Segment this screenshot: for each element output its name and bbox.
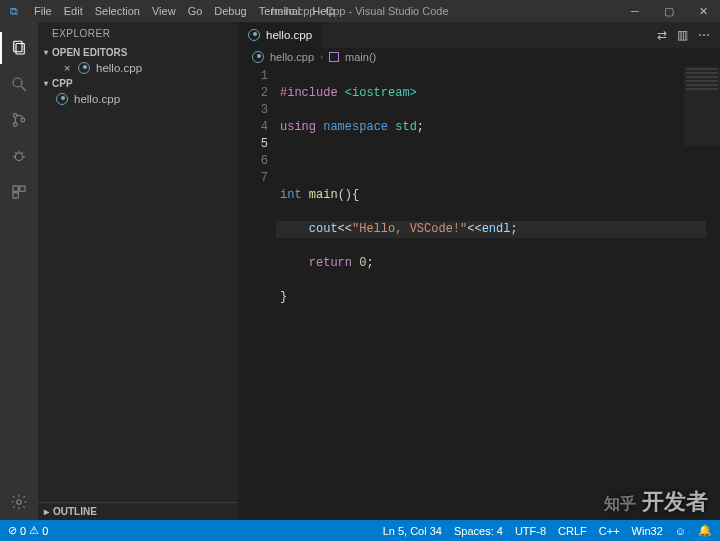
title-bar: ⧉ File Edit Selection View Go Debug Term… [0, 0, 720, 22]
svg-rect-1 [16, 44, 24, 55]
svg-point-5 [13, 123, 17, 127]
symbol-method-icon [329, 52, 339, 62]
status-bar: ⊘0 ⚠0 Ln 5, Col 34 Spaces: 4 UTF-8 CRLF … [0, 520, 720, 541]
explorer-icon[interactable] [0, 30, 38, 66]
source-control-icon[interactable] [0, 102, 38, 138]
menu-go[interactable]: Go [182, 5, 209, 17]
code-area[interactable]: 1 2 3 4 5 6 7 #include <iostream> using … [238, 66, 720, 520]
line-number-gutter: 1 2 3 4 5 6 7 [238, 66, 280, 520]
close-icon[interactable]: × [62, 62, 72, 74]
svg-rect-15 [13, 193, 18, 198]
breadcrumb-symbol: main() [345, 51, 376, 63]
extensions-icon[interactable] [0, 174, 38, 210]
notifications-icon[interactable]: 🔔 [698, 524, 712, 537]
breadcrumb[interactable]: hello.cpp › main() [238, 48, 720, 66]
status-language[interactable]: C++ [599, 525, 620, 537]
open-editors-section[interactable]: ▾ OPEN EDITORS [38, 45, 238, 60]
svg-rect-13 [13, 186, 18, 191]
svg-line-12 [21, 152, 23, 154]
chevron-down-icon: ▾ [44, 48, 48, 57]
svg-point-4 [13, 114, 17, 118]
workspace-section[interactable]: ▾ CPP [38, 76, 238, 91]
search-icon[interactable] [0, 66, 38, 102]
status-platform[interactable]: Win32 [632, 525, 663, 537]
chevron-right-icon: ▸ [44, 506, 49, 517]
tab-hello-cpp[interactable]: hello.cpp [238, 22, 323, 48]
cpp-file-icon [248, 29, 260, 41]
settings-icon[interactable] [0, 484, 38, 520]
file-name: hello.cpp [96, 62, 142, 74]
chevron-down-icon: ▾ [44, 79, 48, 88]
close-button[interactable]: ✕ [686, 0, 720, 22]
cpp-file-icon [252, 51, 264, 63]
open-editors-label: OPEN EDITORS [52, 47, 127, 58]
menu-view[interactable]: View [146, 5, 182, 17]
svg-point-6 [21, 118, 25, 122]
svg-line-3 [21, 86, 26, 91]
cpp-file-icon [78, 62, 90, 74]
code-content[interactable]: #include <iostream> using namespace std;… [280, 66, 706, 520]
feedback-icon[interactable]: ☺ [675, 525, 686, 537]
vscode-logo-icon: ⧉ [0, 5, 28, 18]
cpp-file-icon [56, 93, 68, 105]
menu-edit[interactable]: Edit [58, 5, 89, 17]
menu-file[interactable]: File [28, 5, 58, 17]
editor: hello.cpp ⇄ ▥ ⋯ hello.cpp › main() 1 2 3… [238, 22, 720, 520]
file-name: hello.cpp [74, 93, 120, 105]
status-cursor-position[interactable]: Ln 5, Col 34 [383, 525, 442, 537]
split-editor-icon[interactable]: ▥ [677, 28, 688, 42]
svg-point-2 [13, 78, 22, 87]
explorer-sidebar: EXPLORER ▾ OPEN EDITORS × hello.cpp ▾ CP… [38, 22, 238, 520]
maximize-button[interactable]: ▢ [652, 0, 686, 22]
svg-rect-0 [14, 41, 22, 52]
status-eol[interactable]: CRLF [558, 525, 587, 537]
debug-icon[interactable] [0, 138, 38, 174]
menu-help[interactable]: Help [306, 5, 341, 17]
status-problems[interactable]: ⊘0 ⚠0 [8, 524, 48, 537]
warning-icon: ⚠ [29, 524, 39, 537]
tab-label: hello.cpp [266, 29, 312, 41]
svg-line-11 [15, 152, 17, 154]
menu-bar: File Edit Selection View Go Debug Termin… [28, 5, 341, 17]
menu-selection[interactable]: Selection [89, 5, 146, 17]
window-controls: ─ ▢ ✕ [618, 0, 720, 22]
explorer-title: EXPLORER [38, 22, 238, 45]
svg-rect-14 [20, 186, 25, 191]
activity-bar [0, 22, 38, 520]
breadcrumb-file: hello.cpp [270, 51, 314, 63]
workspace-label: CPP [52, 78, 73, 89]
minimap[interactable] [684, 66, 720, 146]
menu-terminal[interactable]: Terminal [253, 5, 307, 17]
status-indentation[interactable]: Spaces: 4 [454, 525, 503, 537]
outline-section[interactable]: ▸ OUTLINE [38, 502, 238, 520]
status-encoding[interactable]: UTF-8 [515, 525, 546, 537]
tab-bar: hello.cpp ⇄ ▥ ⋯ [238, 22, 720, 48]
menu-debug[interactable]: Debug [208, 5, 252, 17]
chevron-right-icon: › [320, 52, 323, 62]
open-editor-item[interactable]: × hello.cpp [38, 60, 238, 76]
watermark: 知乎开发者 [604, 487, 708, 517]
file-tree-item[interactable]: hello.cpp [38, 91, 238, 107]
svg-point-16 [17, 500, 22, 505]
minimize-button[interactable]: ─ [618, 0, 652, 22]
compare-changes-icon[interactable]: ⇄ [657, 28, 667, 42]
more-actions-icon[interactable]: ⋯ [698, 28, 710, 42]
error-icon: ⊘ [8, 524, 17, 537]
outline-label: OUTLINE [53, 506, 97, 517]
